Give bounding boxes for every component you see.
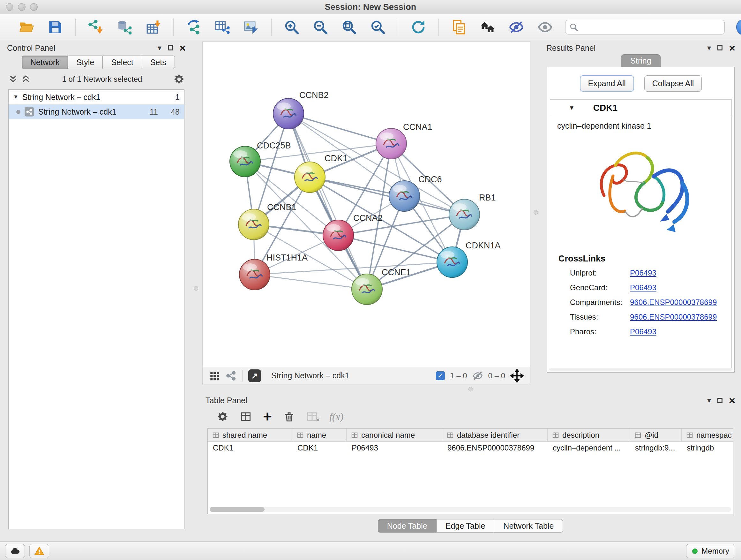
fit-content-crosshair-icon[interactable] — [510, 369, 524, 382]
column-header[interactable]: name — [292, 429, 347, 441]
import-network-from-file-icon[interactable] — [87, 18, 105, 36]
copy-icon[interactable] — [450, 18, 468, 36]
network-canvas[interactable]: CCNB2CCNA1CDC25BCDK1CDC6RB1CCNB1CCNA2CDK… — [203, 42, 530, 367]
edge-CCNB2-CCNE1[interactable] — [288, 114, 367, 289]
scrollbar-thumb[interactable] — [210, 507, 265, 512]
help-button[interactable]: ? — [736, 19, 741, 36]
panel-float-icon[interactable] — [718, 45, 723, 51]
search-input[interactable] — [581, 23, 721, 32]
column-header[interactable]: description — [548, 429, 630, 441]
node-CDKN1A[interactable] — [437, 247, 468, 277]
edge-CCNB2-CCNA1[interactable] — [288, 114, 391, 144]
crosslink-genecard-link[interactable]: P06493 — [630, 283, 657, 292]
zoom-in-icon[interactable] — [283, 18, 300, 36]
protein-section-header[interactable]: ▼ CDK1 — [550, 100, 731, 116]
add-column-icon[interactable]: + — [263, 409, 272, 424]
panel-float-icon[interactable] — [718, 398, 723, 403]
refresh-icon[interactable] — [410, 18, 427, 36]
node-CCNA1[interactable] — [376, 128, 407, 159]
splitter-handle[interactable] — [534, 210, 538, 214]
tab-network[interactable]: Network — [22, 56, 68, 69]
import-table-icon[interactable] — [145, 18, 162, 36]
node-RB1[interactable] — [449, 199, 480, 230]
node-CCNE1[interactable] — [352, 274, 382, 305]
expand-all-button[interactable]: Expand All — [580, 75, 634, 91]
table-row[interactable]: CDK1 CDK1 P06493 9606.ENSP00000378699 cy… — [208, 442, 733, 454]
node-HIST1H1A[interactable] — [239, 259, 270, 290]
window-close-button[interactable] — [6, 3, 13, 11]
export-image-icon[interactable] — [243, 18, 260, 36]
import-network-from-database-icon[interactable] — [116, 18, 133, 36]
panel-menu-icon[interactable]: ▾ — [707, 44, 711, 52]
node-CDC6[interactable] — [389, 181, 420, 211]
column-header[interactable]: namespac — [682, 429, 733, 441]
crosslink-uniprot-link[interactable]: P06493 — [630, 268, 657, 277]
show-all-eye-icon[interactable] — [536, 18, 554, 36]
panel-close-icon[interactable]: × — [729, 43, 735, 53]
tab-node-table[interactable]: Node Table — [378, 519, 436, 533]
new-network-from-table-icon[interactable] — [214, 18, 231, 36]
network-collection-row[interactable]: ▼ String Network – cdk1 1 — [9, 90, 184, 105]
new-network-icon[interactable] — [185, 18, 202, 36]
panel-close-icon[interactable]: × — [179, 43, 186, 53]
node-CCNB2[interactable] — [273, 98, 304, 129]
warnings-button[interactable] — [29, 544, 49, 558]
node-CCNB1[interactable] — [239, 209, 269, 240]
node-CDK1[interactable] — [294, 162, 325, 192]
panel-float-icon[interactable] — [168, 45, 173, 51]
node-CCNA2[interactable] — [323, 220, 354, 251]
selected-checkbox-icon[interactable]: ✓ — [436, 371, 445, 380]
zoom-out-icon[interactable] — [312, 18, 329, 36]
crosslink-compartments-link[interactable]: 9606.ENSP00000378699 — [630, 298, 717, 307]
birdseye-view-button[interactable]: ↗ — [248, 369, 261, 382]
window-minimize-button[interactable] — [18, 3, 25, 11]
tab-edge-table[interactable]: Edge Table — [436, 519, 495, 533]
cloud-button[interactable] — [5, 544, 25, 558]
cell-description[interactable]: cyclin–dependent ... — [548, 442, 630, 454]
memory-button[interactable]: Memory — [686, 544, 735, 558]
cell-name[interactable]: CDK1 — [292, 442, 347, 454]
node-CDC25B[interactable] — [230, 146, 260, 177]
collapse-all-button[interactable]: Collapse All — [644, 75, 702, 91]
save-session-icon[interactable] — [47, 18, 64, 36]
network-row-selected[interactable]: String Network – cdk1 11 48 — [9, 105, 184, 119]
results-scrollbar[interactable] — [549, 368, 732, 371]
crosslink-tissues-link[interactable]: 9606.ENSP00000378699 — [630, 313, 717, 321]
cell-shared-name[interactable]: CDK1 — [208, 442, 292, 454]
panel-close-icon[interactable]: × — [729, 395, 735, 406]
cell-id[interactable]: stringdb:9... — [630, 442, 682, 454]
grid-view-icon[interactable] — [209, 370, 220, 381]
expander-icon[interactable]: ▼ — [569, 105, 575, 111]
delete-column-icon[interactable] — [283, 411, 295, 422]
table-settings-gear-icon[interactable] — [217, 411, 228, 422]
zoom-fit-icon[interactable] — [340, 18, 358, 36]
network-overview-icon[interactable] — [226, 370, 237, 381]
hide-selected-eye-icon[interactable] — [508, 18, 525, 36]
table-horizontal-scrollbar[interactable] — [210, 507, 731, 512]
open-file-icon[interactable] — [18, 18, 35, 36]
expander-icon[interactable]: ▼ — [13, 94, 18, 100]
tab-style[interactable]: Style — [68, 56, 103, 69]
edge-CCNE1-HIST1H1A[interactable] — [255, 274, 367, 289]
show-columns-icon[interactable] — [240, 411, 252, 422]
zoom-selected-icon[interactable] — [369, 18, 387, 36]
hidden-items-eye-icon[interactable] — [472, 370, 483, 381]
splitter-handle[interactable] — [468, 387, 473, 391]
tab-network-table[interactable]: Network Table — [494, 519, 563, 533]
expand-all-icon[interactable] — [21, 74, 30, 84]
collapse-all-icon[interactable] — [8, 74, 18, 84]
crosslink-pharos-link[interactable]: P06493 — [630, 327, 657, 336]
panel-menu-icon[interactable]: ▾ — [158, 44, 161, 52]
panel-menu-icon[interactable]: ▾ — [707, 396, 711, 404]
tab-sets[interactable]: Sets — [142, 56, 175, 69]
cell-canonical-name[interactable]: P06493 — [347, 442, 442, 454]
network-options-gear-icon[interactable] — [174, 74, 185, 84]
column-header[interactable]: database identifier — [442, 429, 548, 441]
tab-string[interactable]: String — [621, 54, 661, 67]
column-header[interactable]: canonical name — [347, 429, 442, 441]
window-zoom-button[interactable] — [30, 3, 38, 11]
tab-select[interactable]: Select — [103, 56, 142, 69]
splitter-handle[interactable] — [194, 286, 198, 291]
column-header[interactable]: shared name — [208, 429, 292, 441]
cell-namespace[interactable]: stringdb — [682, 442, 733, 454]
